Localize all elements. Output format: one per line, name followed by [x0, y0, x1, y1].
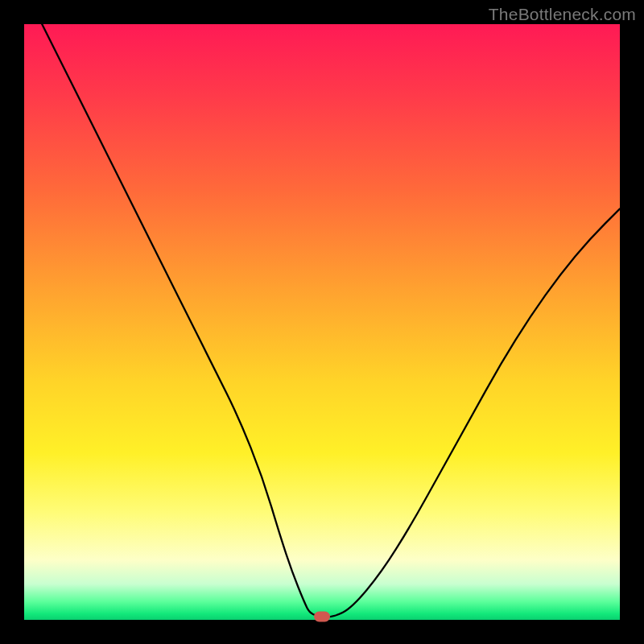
plot-area: [24, 24, 620, 620]
chart-frame: TheBottleneck.com: [0, 0, 644, 644]
bottleneck-curve: [24, 24, 620, 620]
watermark-text: TheBottleneck.com: [489, 5, 636, 24]
bottleneck-marker: [314, 612, 330, 622]
